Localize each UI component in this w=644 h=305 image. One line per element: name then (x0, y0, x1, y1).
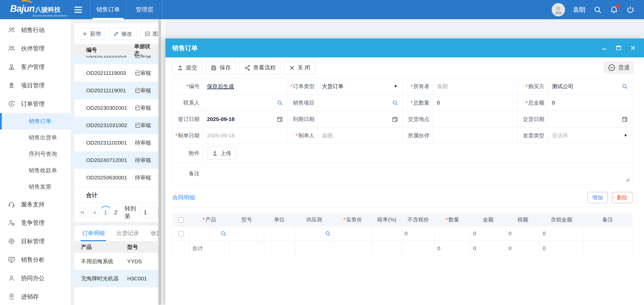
product-search-cell[interactable] (192, 230, 229, 237)
caret-down-icon[interactable]: ▼ (623, 133, 628, 138)
buyer-field[interactable]: 测试公司 (548, 78, 632, 95)
remark-cell[interactable] (583, 226, 632, 241)
tab-order-detail[interactable]: 订单明细 (82, 229, 105, 241)
app-logo[interactable]: Bajun 八骏科技 Anyone,Anytime,Anywhere! (0, 2, 71, 17)
chart-button[interactable]: 图 (140, 28, 158, 40)
table-row[interactable]: OD20211101003已审核 (74, 56, 158, 64)
first-page-button[interactable] (78, 207, 86, 218)
tab-management[interactable]: 管理层 (126, 0, 163, 19)
total-qty-field[interactable]: 0 (433, 95, 518, 111)
bianhao-field[interactable]: 保存后生成 (203, 78, 288, 95)
sidebar-item-target-management[interactable]: 目标管理 (0, 232, 71, 250)
chart-monitor-icon (8, 256, 15, 263)
table-row[interactable]: OD20230302001已审核 (74, 99, 158, 117)
search-icon[interactable] (621, 83, 628, 90)
close-icon[interactable] (630, 45, 636, 51)
amount-cell[interactable]: 0 (470, 226, 506, 241)
current-username[interactable]: 袁朗 (573, 5, 586, 14)
model-cell[interactable] (230, 226, 264, 241)
sidebar-subitem-sales-invoice[interactable]: 销售发票 (0, 179, 71, 195)
detail-add-button[interactable]: 增加 (587, 192, 608, 203)
partner-field[interactable] (433, 127, 518, 144)
status-badge: 已审核 (135, 56, 151, 59)
minimize-icon[interactable] (601, 45, 608, 51)
table-row[interactable]: 无悔牌时光机器 H3C001 (74, 270, 158, 287)
tab-receipt-record[interactable]: 收款记录 (151, 229, 158, 241)
prev-page-button[interactable] (91, 207, 98, 218)
field-label-sign-date: 签订日期 (173, 111, 203, 127)
sidebar-item-order-management[interactable]: ¥ 订单管理 (0, 95, 71, 113)
add-button[interactable]: 新增 (77, 28, 105, 40)
menu-toggle-icon[interactable] (74, 7, 83, 13)
tax-rate-cell[interactable] (372, 226, 402, 241)
sidebar-item-inventory[interactable]: ¥ 进销存 (0, 287, 71, 305)
table-row[interactable]: OD20231031002已审核 (74, 117, 158, 134)
page-number-2[interactable]: 2 (113, 208, 119, 217)
sidebar-item-sales-analysis[interactable]: 销售分析 (0, 250, 71, 269)
sidebar-subitem-sales-order[interactable]: 销售订单 (0, 113, 71, 129)
table-row[interactable]: OD20250630001待审核 (74, 169, 158, 186)
total-amount-field[interactable]: 0 (548, 95, 632, 111)
submit-button[interactable]: 提交 (172, 61, 202, 74)
supplier-search-cell[interactable] (298, 230, 334, 237)
quantity-cell[interactable] (434, 226, 470, 241)
table-row[interactable]: OD20240712001待审核 (74, 151, 158, 169)
sidebar-item-service-support[interactable]: 服务支持 (0, 195, 71, 213)
untaxed-price-cell[interactable]: 0 (402, 226, 434, 241)
table-row[interactable]: OD20231102001待审核 (74, 134, 158, 151)
deliver-place-field[interactable] (433, 111, 518, 127)
table-row[interactable]: 不用后悔系统 YYDS (74, 253, 158, 270)
remark-textarea[interactable] (203, 163, 632, 184)
maximize-icon[interactable] (615, 45, 622, 51)
power-icon[interactable] (626, 5, 635, 14)
deliver-date-field[interactable] (548, 111, 632, 127)
calendar-icon[interactable] (621, 116, 628, 123)
edit-button[interactable]: 修改 (109, 28, 136, 40)
due-date-field[interactable] (318, 111, 402, 127)
sidebar-subitem-sales-receipt[interactable]: 销售收款单 (0, 162, 71, 179)
sidebar-item-competition-management[interactable]: VS 竞争管理 (0, 213, 71, 232)
list-scrollbar[interactable] (158, 19, 161, 305)
row-checkbox[interactable] (178, 231, 184, 237)
tax-cell[interactable]: 0 (506, 226, 540, 241)
notification-bell-icon[interactable] (610, 5, 618, 14)
upload-button[interactable]: 上传 (207, 147, 236, 160)
goto-page-input[interactable] (140, 207, 158, 218)
tab-shipment-record[interactable]: 出货记录 (116, 229, 139, 241)
unit-cell[interactable] (264, 226, 295, 241)
sidebar-item-sales-action[interactable]: 销售行动 (0, 21, 71, 39)
sidebar-subitem-serial-query[interactable]: 序列号查询 (0, 146, 71, 162)
avatar[interactable] (552, 3, 565, 16)
table-row[interactable]: OD20211119003已审核 (74, 64, 158, 82)
detail-delete-button[interactable]: 删除 (612, 192, 632, 203)
view-flow-button[interactable]: 查看流程 (239, 61, 281, 74)
sidebar-item-partner-management[interactable]: 伙伴管理 (0, 39, 71, 58)
search-icon[interactable] (593, 5, 602, 14)
invoice-type-select[interactable]: 请选择▼ (548, 127, 632, 144)
taxed-amount-cell[interactable]: 0 (540, 226, 583, 241)
order-type-select[interactable]: 大货订单▼ (318, 78, 402, 95)
header-model: 型号 (127, 243, 138, 251)
calendar-icon[interactable] (392, 116, 398, 123)
sidebar-item-collaboration[interactable]: 协同办公 (0, 269, 71, 287)
table-row[interactable]: OD20211119001已审核 (74, 82, 158, 99)
priority-button[interactable]: 普通 (603, 61, 634, 74)
page-number-1[interactable]: 1 (102, 208, 108, 217)
sign-date-field[interactable]: 2025-09-18 (203, 111, 288, 127)
caret-down-icon[interactable]: ▼ (394, 84, 398, 89)
search-icon[interactable] (392, 99, 398, 106)
tab-sales-order[interactable]: 销售订单 (90, 0, 126, 19)
save-button[interactable]: 保存 (206, 61, 236, 74)
sidebar-item-customer-management[interactable]: 客户管理 (0, 58, 71, 76)
project-field[interactable] (318, 95, 402, 111)
calendar-icon[interactable] (276, 116, 283, 123)
sidebar-subitem-sales-shipment[interactable]: 销售出货单 (0, 129, 71, 146)
contract-detail-title[interactable]: 合同明细 (172, 194, 195, 201)
contact-field[interactable] (203, 95, 288, 111)
close-button[interactable]: 关 闭 (284, 61, 315, 74)
search-icon[interactable] (276, 99, 283, 106)
sidebar-item-project-management[interactable]: 项目管理 (0, 76, 71, 95)
resize-grip-icon[interactable] (623, 176, 630, 182)
sale-price-cell[interactable] (334, 226, 372, 241)
select-all-checkbox[interactable] (178, 217, 184, 223)
